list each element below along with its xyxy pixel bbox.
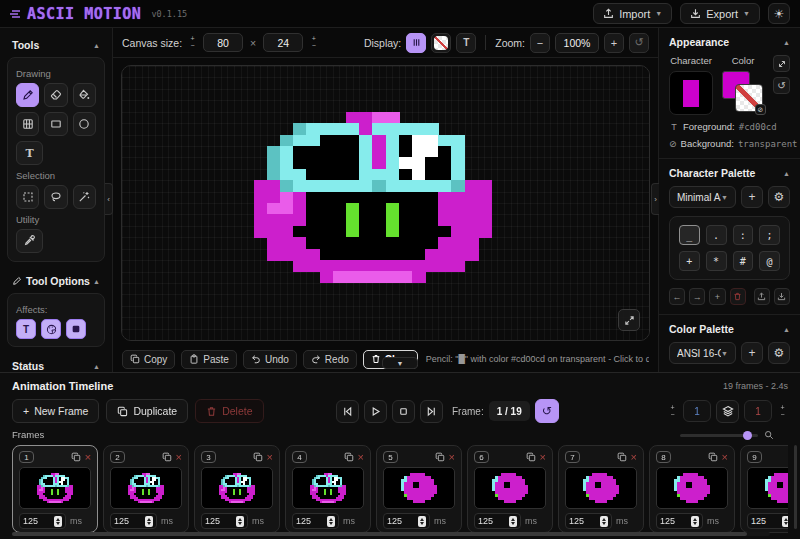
frame-card[interactable]: 3×125ms (194, 445, 280, 533)
frame-duration-input[interactable]: 125 (474, 513, 521, 529)
frame-duplicate-button[interactable] (435, 452, 445, 462)
frame-thumbnail[interactable] (383, 467, 455, 509)
display-transparency-toggle[interactable] (431, 33, 451, 53)
skip-to-start-button[interactable] (336, 400, 359, 423)
palette-char-button[interactable]: + (679, 251, 700, 271)
affects-background-toggle[interactable] (66, 319, 86, 339)
frame-thumbnail[interactable] (747, 467, 788, 509)
collapse-right-panel-tab[interactable]: › (651, 183, 659, 215)
frame-delete-button[interactable]: × (85, 452, 91, 462)
onion-prev-stepper[interactable]: +− (667, 405, 678, 418)
frames-vertical-scrollbar[interactable] (794, 445, 797, 529)
duration-stepper-icon[interactable] (54, 516, 62, 527)
canvas-height-input[interactable]: 24 (263, 33, 303, 52)
frame-duplicate-button[interactable] (526, 452, 536, 462)
play-button[interactable] (364, 400, 387, 423)
frame-card[interactable]: 8×125ms (649, 445, 735, 533)
marquee-select-tool-button[interactable] (16, 185, 39, 209)
frames-horizontal-scrollbar[interactable] (12, 532, 770, 536)
canvas-expand-button[interactable] (618, 309, 640, 331)
frame-duration-input[interactable]: 125 (292, 513, 339, 529)
frame-duplicate-button[interactable] (344, 452, 354, 462)
frame-delete-button[interactable]: × (722, 452, 728, 462)
frame-duplicate-button[interactable] (617, 452, 627, 462)
paste-button[interactable]: Paste (181, 350, 237, 369)
zoom-in-button[interactable]: + (604, 33, 624, 53)
frame-card[interactable]: 7×125ms (558, 445, 644, 533)
frame-delete-button[interactable]: × (176, 452, 182, 462)
duration-stepper-icon[interactable] (600, 516, 608, 527)
eyedropper-tool-button[interactable] (16, 229, 43, 253)
height-stepper[interactable]: +− (308, 36, 319, 49)
duration-stepper-icon[interactable] (691, 516, 699, 527)
palette-char-button[interactable]: @ (759, 251, 780, 271)
duration-stepper-icon[interactable] (327, 516, 335, 527)
frame-thumbnail[interactable] (565, 467, 637, 509)
frame-duplicate-button[interactable] (708, 452, 718, 462)
skip-to-end-button[interactable] (420, 400, 443, 423)
tool-options-section-header[interactable]: Tool Options ▲ (0, 268, 112, 292)
delete-char-button[interactable] (730, 288, 746, 305)
magic-wand-tool-button[interactable] (73, 185, 96, 209)
new-frame-button[interactable]: + New Frame (12, 399, 99, 423)
palette-char-button[interactable]: : (733, 225, 754, 245)
zoom-reset-button[interactable]: ↺ (629, 33, 649, 53)
zoom-out-button[interactable]: − (530, 33, 550, 53)
palette-char-button[interactable]: * (706, 251, 727, 271)
frame-duration-input[interactable]: 125 (383, 513, 430, 529)
swap-colors-button[interactable] (773, 55, 790, 72)
palette-char-button[interactable]: _ (679, 225, 700, 245)
frame-delete-button[interactable]: × (449, 452, 455, 462)
display-grid-toggle[interactable] (406, 33, 426, 53)
drawing-canvas[interactable] (122, 66, 649, 340)
background-color-swatch[interactable]: ⊘ (735, 84, 763, 112)
slider-knob[interactable] (743, 431, 752, 440)
affects-character-toggle[interactable]: T (16, 319, 36, 339)
duration-stepper-icon[interactable] (418, 516, 426, 527)
frame-duration-input[interactable]: 125 (747, 513, 788, 529)
character-palette-preset-dropdown[interactable]: Minimal ASC ▼ (669, 186, 736, 208)
duration-stepper-icon[interactable] (782, 516, 788, 527)
frame-duration-input[interactable]: 125 (19, 513, 66, 529)
duplicate-frame-button[interactable]: Duplicate (106, 399, 188, 423)
frame-duration-input[interactable]: 125 (565, 513, 612, 529)
color-palette-preset-dropdown[interactable]: ANSI 16-Colo ▼ (669, 342, 736, 364)
frame-thumbnail[interactable] (19, 467, 91, 509)
rectangle-tool-button[interactable] (44, 112, 67, 136)
display-text-toggle[interactable]: T (456, 33, 476, 53)
add-color-palette-button[interactable]: + (741, 342, 763, 364)
move-char-right-button[interactable]: → (689, 288, 705, 305)
pencil-tool-button[interactable] (16, 83, 39, 107)
stop-button[interactable] (392, 400, 415, 423)
theme-toggle-button[interactable]: ☀ (768, 3, 790, 24)
fill-tool-button[interactable] (73, 83, 96, 107)
frame-thumbnail[interactable] (110, 467, 182, 509)
canvas-width-input[interactable]: 80 (203, 33, 243, 52)
text-tool-button[interactable]: T (16, 141, 43, 165)
color-palette-settings-button[interactable]: ⚙ (768, 342, 790, 364)
tools-section-header[interactable]: Tools ▲ (0, 32, 112, 56)
color-palette-header[interactable]: Color Palette ▲ (669, 323, 790, 335)
download-palette-button[interactable] (774, 288, 790, 305)
loop-toggle-button[interactable]: ↺ (535, 399, 559, 423)
affects-color-toggle[interactable] (41, 319, 61, 339)
frame-card[interactable]: 2×125ms (103, 445, 189, 533)
export-button[interactable]: Export ▼ (680, 3, 760, 24)
frame-thumbnail[interactable] (292, 467, 364, 509)
collapse-left-panel-tab[interactable]: ‹ (105, 183, 113, 215)
move-char-left-button[interactable]: ← (669, 288, 685, 305)
delete-frame-button[interactable]: Delete (195, 399, 263, 423)
add-char-button[interactable]: + (709, 288, 725, 305)
import-button[interactable]: Import ▼ (593, 3, 672, 24)
frame-thumbnail[interactable] (201, 467, 273, 509)
timeline-zoom-slider[interactable] (680, 434, 758, 437)
frame-thumbnail[interactable] (656, 467, 728, 509)
width-stepper[interactable]: +− (187, 36, 198, 49)
upload-palette-button[interactable] (754, 288, 770, 305)
frame-card[interactable]: 9×125ms (740, 445, 788, 533)
redo-button[interactable]: Redo (303, 350, 357, 369)
duration-stepper-icon[interactable] (509, 516, 517, 527)
frame-thumbnail[interactable] (474, 467, 546, 509)
frame-duration-input[interactable]: 125 (110, 513, 157, 529)
frame-delete-button[interactable]: × (540, 452, 546, 462)
